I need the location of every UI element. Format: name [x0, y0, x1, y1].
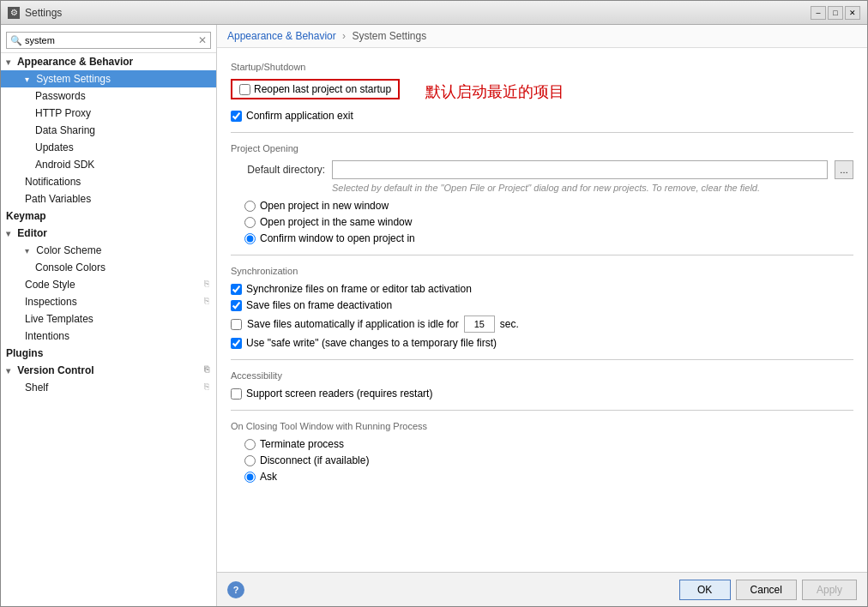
search-clear-icon[interactable]: ✕ — [198, 34, 207, 46]
window-title: Settings — [25, 7, 811, 19]
sidebar-item-color-scheme[interactable]: ▾ Color Scheme — [1, 242, 216, 259]
radio-new-window-row: Open project in new window — [244, 200, 853, 212]
save-idle-row: Save files automatically if application … — [231, 316, 853, 333]
screen-readers-label[interactable]: Support screen readers (requires restart… — [246, 388, 432, 400]
bottom-left: ? — [227, 581, 674, 598]
content-area: Appearance & Behavior › System Settings … — [217, 25, 867, 606]
radio-disconnect[interactable] — [244, 455, 256, 466]
radio-same-window-label[interactable]: Open project in the same window — [260, 216, 412, 228]
save-deactivation-label[interactable]: Save files on frame deactivation — [246, 299, 392, 311]
radio-same-window-row: Open project in the same window — [244, 216, 853, 228]
sidebar-item-inspections[interactable]: Inspections ⎘ — [1, 293, 216, 310]
breadcrumb-separator: › — [342, 30, 346, 42]
settings-panel: Startup/Shutdown Reopen last project on … — [217, 48, 867, 572]
screen-readers-row: Support screen readers (requires restart… — [231, 388, 853, 400]
sidebar-item-console-colors[interactable]: Console Colors — [1, 259, 216, 276]
radio-terminate[interactable] — [244, 439, 256, 450]
radio-new-window[interactable] — [244, 201, 256, 212]
close-button[interactable]: ✕ — [845, 6, 860, 20]
save-deactivation-row: Save files on frame deactivation — [231, 299, 853, 311]
sidebar-item-android-sdk[interactable]: Android SDK — [1, 156, 216, 173]
safe-write-label[interactable]: Use "safe write" (save changes to a temp… — [246, 337, 497, 349]
confirm-exit-checkbox[interactable] — [231, 111, 242, 122]
radio-terminate-row: Terminate process — [244, 438, 853, 450]
radio-ask-label[interactable]: Ask — [260, 471, 277, 483]
radio-disconnect-label[interactable]: Disconnect (if available) — [260, 454, 369, 466]
sidebar-item-data-sharing[interactable]: Data Sharing — [1, 122, 216, 139]
minimize-button[interactable]: – — [811, 6, 826, 20]
sidebar-item-http-proxy[interactable]: HTTP Proxy — [1, 105, 216, 122]
default-dir-label: Default directory: — [231, 164, 325, 176]
window-controls: – □ ✕ — [811, 6, 860, 20]
radio-same-window[interactable] — [244, 217, 256, 228]
browse-directory-button[interactable]: … — [835, 160, 853, 179]
confirm-exit-row: Confirm application exit — [231, 110, 853, 122]
closing-section-title: On Closing Tool Window with Running Proc… — [231, 421, 853, 431]
maximize-button[interactable]: □ — [828, 6, 843, 20]
screen-readers-checkbox[interactable] — [231, 388, 242, 400]
copy-icon3: ⎘ — [204, 364, 209, 376]
confirm-exit-label[interactable]: Confirm application exit — [246, 110, 353, 122]
idle-unit: sec. — [500, 318, 519, 330]
save-idle-label[interactable]: Save files automatically if application … — [247, 318, 459, 330]
sidebar-item-notifications[interactable]: Notifications — [1, 173, 216, 190]
default-directory-row: Default directory: … — [231, 160, 853, 179]
help-button[interactable]: ? — [227, 581, 244, 598]
safe-write-checkbox[interactable] — [231, 338, 242, 349]
title-bar: ⚙ Settings – □ ✕ — [1, 1, 867, 25]
reopen-project-checkbox[interactable] — [239, 84, 250, 95]
sync-frame-label[interactable]: Synchronize files on frame or editor tab… — [246, 283, 472, 295]
sidebar-item-intentions[interactable]: Intentions — [1, 328, 216, 345]
annotation-text: 默认启动最近的项目 — [425, 81, 564, 102]
cancel-button[interactable]: Cancel — [736, 580, 797, 600]
sidebar-item-path-variables[interactable]: Path Variables — [1, 190, 216, 207]
sidebar-item-appearance-behavior[interactable]: ▾ Appearance & Behavior — [1, 53, 216, 70]
sidebar-item-live-templates[interactable]: Live Templates — [1, 310, 216, 328]
sidebar-item-plugins[interactable]: Plugins — [1, 345, 216, 362]
accessibility-section-title: Accessibility — [231, 370, 853, 381]
dir-hint-text: Selected by default in the "Open File or… — [332, 183, 853, 193]
default-dir-input[interactable] — [332, 160, 828, 179]
ok-button[interactable]: OK — [679, 580, 731, 600]
divider2 — [231, 255, 853, 255]
idle-seconds-input[interactable] — [464, 316, 495, 333]
radio-confirm-window-row: Confirm window to open project in — [244, 232, 853, 244]
search-input[interactable] — [25, 35, 198, 45]
reopen-project-label[interactable]: Reopen last project on startup — [239, 83, 391, 95]
copy-icon2: ⎘ — [204, 296, 209, 308]
sidebar-item-shelf[interactable]: Shelf ⎘ — [1, 379, 216, 396]
radio-ask[interactable] — [244, 472, 256, 483]
search-icon: 🔍 — [10, 35, 22, 46]
sidebar-item-system-settings[interactable]: ▾ System Settings — [1, 70, 216, 87]
bottom-bar: ? OK Cancel Apply — [217, 572, 867, 606]
radio-confirm-window-label[interactable]: Confirm window to open project in — [260, 232, 415, 244]
radio-new-window-label[interactable]: Open project in new window — [260, 200, 389, 212]
search-wrapper: 🔍 ✕ — [6, 32, 211, 49]
sidebar-item-editor[interactable]: ▾ Editor — [1, 225, 216, 242]
radio-disconnect-row: Disconnect (if available) — [244, 454, 853, 466]
sidebar-item-code-style[interactable]: Code Style ⎘ — [1, 276, 216, 293]
sidebar: 🔍 ✕ ▾ Appearance & Behavior ▾ System Set… — [1, 25, 217, 606]
save-idle-checkbox[interactable] — [231, 319, 242, 330]
app-icon: ⚙ — [8, 7, 20, 19]
breadcrumb-part1[interactable]: Appearance & Behavior — [227, 30, 336, 42]
sidebar-item-version-control[interactable]: ▾ Version Control ⎘ — [1, 362, 216, 379]
reopen-project-box: Reopen last project on startup — [231, 79, 400, 99]
radio-terminate-label[interactable]: Terminate process — [260, 438, 344, 450]
breadcrumb: Appearance & Behavior › System Settings — [217, 25, 867, 48]
sync-section-title: Synchronization — [231, 266, 853, 276]
project-opening-title: Project Opening — [231, 143, 853, 153]
copy-icon4: ⎘ — [204, 382, 209, 394]
sync-frame-checkbox[interactable] — [231, 284, 242, 295]
divider4 — [231, 410, 853, 411]
search-box: 🔍 ✕ — [1, 28, 216, 53]
startup-section-title: Startup/Shutdown — [231, 62, 853, 72]
radio-confirm-window[interactable] — [244, 233, 256, 244]
sidebar-item-updates[interactable]: Updates — [1, 139, 216, 156]
sync-frame-row: Synchronize files on frame or editor tab… — [231, 283, 853, 295]
expand-arrow: ▾ — [6, 57, 15, 67]
save-deactivation-checkbox[interactable] — [231, 300, 242, 311]
sidebar-item-passwords[interactable]: Passwords — [1, 87, 216, 105]
apply-button[interactable]: Apply — [802, 580, 857, 600]
sidebar-item-keymap[interactable]: Keymap — [1, 207, 216, 225]
